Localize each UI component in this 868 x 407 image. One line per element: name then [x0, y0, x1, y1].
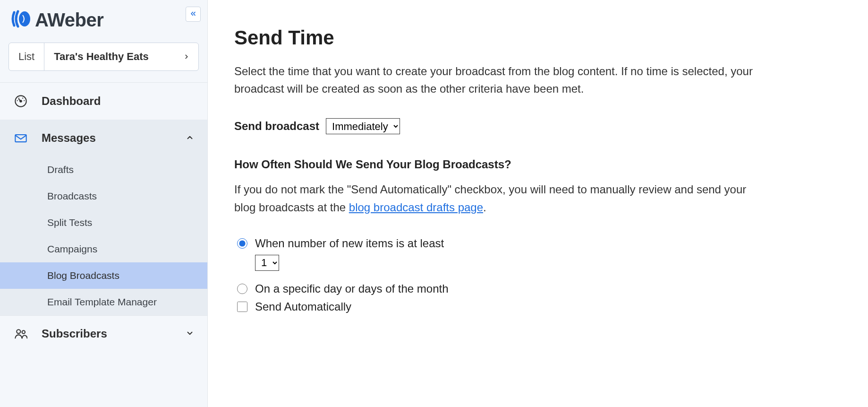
chevron-double-left-icon — [189, 10, 197, 19]
svg-point-10 — [22, 330, 26, 334]
new-items-count-select[interactable]: 1 — [255, 255, 279, 271]
nav-label: Subscribers — [42, 327, 172, 340]
option-send-automatically-label: Send Automatically — [255, 300, 351, 313]
svg-line-6 — [18, 98, 19, 98]
chevron-up-icon — [186, 131, 194, 145]
subscribers-icon — [13, 327, 28, 340]
nav-label: Dashboard — [42, 95, 194, 108]
svg-rect-8 — [15, 135, 26, 142]
sidebar: AWeber List Tara's Healthy Eats — [0, 0, 208, 407]
logo-text: AWeber — [35, 9, 103, 31]
list-selector-selected: Tara's Healthy Eats — [44, 43, 175, 70]
primary-nav: Dashboard Messages Drafts Broadcasts Spl… — [0, 82, 207, 352]
list-selector-label: List — [9, 43, 44, 70]
collapse-sidebar-button[interactable] — [186, 7, 201, 22]
logo: AWeber — [0, 0, 207, 36]
subnav-item-broadcasts[interactable]: Broadcasts — [0, 183, 207, 209]
subnav-item-blog-broadcasts[interactable]: Blog Broadcasts — [0, 262, 207, 289]
subnav-item-email-template-manager[interactable]: Email Template Manager — [0, 289, 207, 315]
new-items-count-wrap: 1 — [255, 255, 840, 271]
checkbox-send-automatically[interactable] — [237, 302, 247, 312]
messages-subnav: Drafts Broadcasts Split Tests Campaigns … — [0, 156, 207, 315]
frequency-options: When number of new items is at least 1 O… — [234, 237, 840, 313]
list-selector[interactable]: List Tara's Healthy Eats — [9, 43, 199, 71]
option-specific-day[interactable]: On a specific day or days of the month — [237, 282, 840, 295]
how-often-text-prefix: If you do not mark the "Send Automatical… — [234, 183, 746, 213]
subnav-item-campaigns[interactable]: Campaigns — [0, 236, 207, 262]
nav-item-dashboard[interactable]: Dashboard — [0, 83, 207, 120]
option-new-items[interactable]: When number of new items is at least — [237, 237, 840, 250]
svg-line-7 — [23, 98, 23, 98]
how-often-text-suffix: . — [483, 201, 486, 214]
chevron-down-icon — [186, 327, 194, 340]
chevron-right-icon — [175, 43, 198, 70]
blog-broadcast-drafts-link[interactable]: blog broadcast drafts page — [349, 201, 483, 214]
how-often-heading: How Often Should We Send Your Blog Broad… — [234, 158, 840, 171]
option-send-automatically[interactable]: Send Automatically — [237, 300, 840, 313]
send-broadcast-select[interactable]: Immediately — [326, 118, 400, 134]
send-broadcast-row: Send broadcast Immediately — [234, 118, 840, 134]
radio-specific-day[interactable] — [237, 284, 247, 294]
radio-new-items[interactable] — [237, 238, 247, 249]
page-title: Send Time — [234, 26, 840, 49]
nav-item-subscribers[interactable]: Subscribers — [0, 315, 207, 352]
nav-item-messages[interactable]: Messages — [0, 120, 207, 156]
svg-point-9 — [17, 329, 20, 333]
aweber-logo-icon — [11, 9, 32, 31]
nav-label: Messages — [42, 131, 172, 145]
subnav-item-split-tests[interactable]: Split Tests — [0, 209, 207, 236]
main-content: Send Time Select the time that you want … — [208, 0, 868, 407]
intro-text: Select the time that you want to create … — [234, 62, 754, 97]
envelope-icon — [13, 131, 28, 145]
svg-point-3 — [20, 100, 22, 102]
how-often-paragraph: If you do not mark the "Send Automatical… — [234, 181, 754, 216]
option-new-items-label: When number of new items is at least — [255, 237, 444, 250]
dashboard-icon — [13, 95, 28, 108]
subnav-item-drafts[interactable]: Drafts — [0, 156, 207, 183]
send-broadcast-label: Send broadcast — [234, 120, 319, 133]
option-specific-day-label: On a specific day or days of the month — [255, 282, 449, 295]
